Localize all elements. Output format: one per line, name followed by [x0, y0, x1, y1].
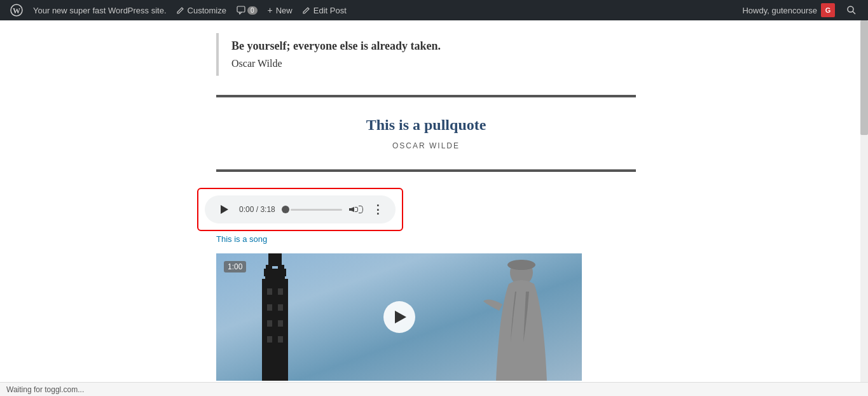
- edit-post-button[interactable]: Edit Post: [298, 0, 352, 20]
- video-duration-badge: 1:00: [224, 261, 246, 272]
- audio-progress-bar[interactable]: [282, 206, 342, 213]
- pullquote-text: This is a pullquote: [229, 117, 623, 134]
- scrollbar[interactable]: [860, 20, 868, 393]
- audio-player: 0:00 / 3:18: [205, 195, 396, 223]
- svg-rect-5: [268, 253, 282, 266]
- video-play-button[interactable]: [383, 301, 415, 333]
- customize-button[interactable]: Customize: [172, 0, 231, 20]
- blockquote: Be yourself; everyone else is already ta…: [216, 33, 868, 76]
- play-triangle-icon: [221, 205, 228, 214]
- current-time: 0:00: [239, 205, 254, 214]
- progress-track: [291, 209, 342, 211]
- svg-rect-13: [267, 304, 272, 311]
- video-play-icon: [395, 311, 406, 323]
- pullquote-author: OSCAR WILDE: [229, 141, 623, 150]
- avatar: G: [821, 3, 835, 17]
- svg-rect-17: [267, 336, 272, 343]
- audio-time-display: 0:00 / 3:18: [239, 205, 275, 214]
- pullquote: This is a pullquote OSCAR WILDE: [216, 95, 636, 172]
- svg-line-4: [853, 11, 855, 14]
- adminbar-right: Howdy, gutencourse G: [737, 0, 863, 20]
- scrollbar-thumb[interactable]: [860, 20, 868, 135]
- wordpress-icon: W: [10, 4, 23, 17]
- audio-player-wrapper: 0:00 / 3:18: [197, 188, 868, 231]
- volume-wave-2: [359, 206, 363, 213]
- page-content: Be yourself; everyone else is already ta…: [0, 20, 868, 393]
- new-label: New: [276, 6, 293, 15]
- volume-icon: [349, 206, 363, 213]
- status-text: Waiting for toggl.com...: [6, 385, 84, 394]
- greeting-text: Howdy, gutencourse: [742, 6, 817, 15]
- svg-rect-16: [278, 320, 283, 327]
- svg-rect-10: [262, 279, 288, 381]
- audio-caption: This is a song: [216, 234, 868, 244]
- svg-rect-18: [278, 336, 283, 343]
- new-icon: +: [268, 5, 273, 15]
- avatar-initials: G: [825, 6, 831, 14]
- customize-icon: [177, 6, 184, 14]
- svg-rect-14: [278, 304, 283, 311]
- volume-wave-1: [355, 207, 358, 212]
- video-thumbnail: 1:00: [216, 253, 582, 381]
- site-name-button[interactable]: Your new super fast WordPress site.: [28, 0, 172, 20]
- audio-player-highlight: 0:00 / 3:18: [197, 188, 403, 231]
- search-button[interactable]: [840, 0, 863, 20]
- svg-rect-11: [267, 288, 272, 295]
- user-greeting-button[interactable]: Howdy, gutencourse G: [737, 0, 840, 20]
- svg-rect-15: [267, 320, 272, 327]
- audio-volume-button[interactable]: [348, 202, 364, 217]
- site-name-label: Your new super fast WordPress site.: [33, 6, 167, 15]
- search-icon: [846, 5, 857, 15]
- audio-play-button[interactable]: [215, 201, 233, 218]
- customize-label: Customize: [188, 6, 226, 15]
- progress-dot-icon: [282, 206, 289, 213]
- tower-silhouette: [248, 253, 302, 381]
- wp-logo-button[interactable]: W: [5, 0, 28, 20]
- blockquote-author: Oscar Wilde: [231, 58, 868, 69]
- edit-post-label: Edit Post: [313, 6, 347, 15]
- audio-more-button[interactable]: ⋮: [370, 202, 385, 217]
- svg-rect-12: [278, 288, 283, 295]
- comments-button[interactable]: 0: [231, 0, 263, 20]
- svg-point-3: [848, 6, 853, 12]
- more-dots-icon: ⋮: [372, 202, 384, 216]
- admin-bar: W Your new super fast WordPress site. Cu…: [0, 0, 868, 20]
- statue-silhouette: [480, 253, 556, 381]
- svg-rect-21: [512, 261, 531, 266]
- new-button[interactable]: + New: [263, 0, 298, 20]
- video-wrapper: 1:00: [216, 253, 582, 381]
- svg-text:W: W: [13, 6, 20, 15]
- status-bar: Waiting for toggl.com...: [0, 382, 868, 393]
- comment-count: 0: [247, 6, 258, 15]
- edit-icon: [303, 6, 310, 14]
- total-time: 3:18: [260, 205, 275, 214]
- speaker-shape: [349, 207, 354, 212]
- svg-rect-2: [237, 6, 245, 12]
- blockquote-text: Be yourself; everyone else is already ta…: [231, 39, 868, 53]
- comments-icon: [237, 6, 245, 15]
